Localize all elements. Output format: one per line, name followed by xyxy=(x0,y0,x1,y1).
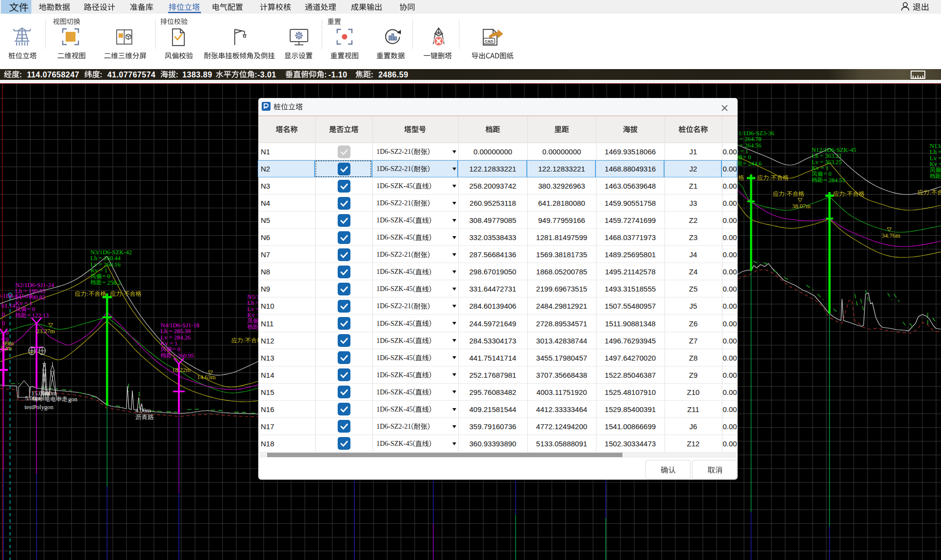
svg-text:Kv = 1: Kv = 1 xyxy=(930,161,941,168)
svg-text:= 260.95: = 260.95 xyxy=(173,352,195,359)
svg-text:52m: 52m xyxy=(1,345,12,352)
svg-text:= 244.6: = 244.6 xyxy=(743,160,762,167)
svg-text:23.27m: 23.27m xyxy=(36,328,55,335)
svg-text::: : xyxy=(785,191,786,197)
svg-text::: : xyxy=(243,337,245,344)
svg-text::: : xyxy=(769,174,770,181)
svg-text:18.22m: 18.22m xyxy=(172,366,191,373)
svg-text:14.63m: 14.63m xyxy=(197,374,216,381)
svg-text:= 122.13: = 122.13 xyxy=(27,312,49,319)
svg-text:= 0: = 0 xyxy=(0,329,8,336)
svg-text:61.14: 61.14 xyxy=(1,302,16,309)
svg-text::: : xyxy=(929,189,931,196)
svg-text:4.00m: 4.00m xyxy=(135,407,151,414)
svg-text:34.76m: 34.76m xyxy=(882,232,900,239)
svg-text:gon: gon xyxy=(68,396,78,403)
svg-text:5.00m: 5.00m xyxy=(25,395,41,402)
svg-text:0: 0 xyxy=(2,320,5,327)
svg-text::: : xyxy=(122,291,124,297)
svg-text:= 284.53: = 284.53 xyxy=(823,177,845,184)
svg-text::: : xyxy=(87,291,88,297)
svg-text:N0-1D6-SJ1-18: N0-1D6-SJ1-18 xyxy=(0,292,32,299)
svg-text::: : xyxy=(845,191,846,197)
svg-text:testPolygon: testPolygon xyxy=(25,404,54,411)
svg-text:5.00m: 5.00m xyxy=(41,390,57,397)
svg-text:0: 0 xyxy=(2,311,5,318)
svg-text:38.07m: 38.07m xyxy=(792,203,811,210)
svg-text:= 258.2: = 258.2 xyxy=(102,279,121,286)
